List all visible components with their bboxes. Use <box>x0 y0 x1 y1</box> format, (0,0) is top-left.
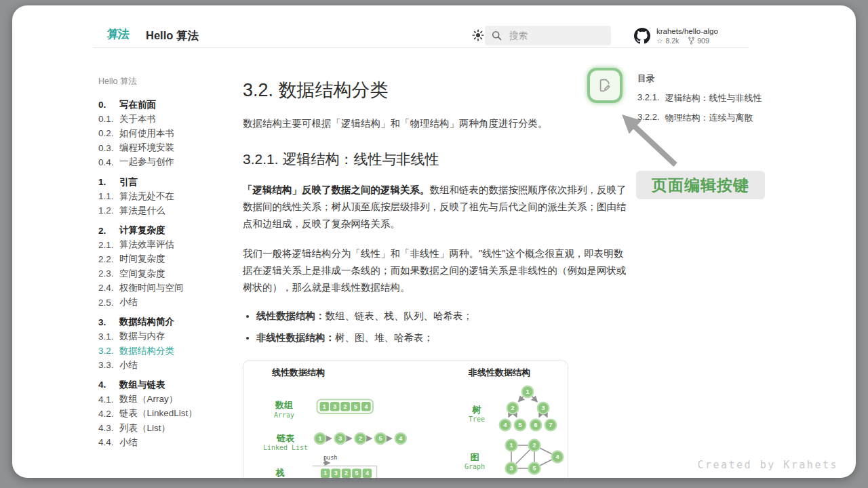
sidebar-item-label: 数据结构分类 <box>119 345 174 357</box>
sidebar-item-label: 算法无处不在 <box>119 190 174 203</box>
svg-text:5: 5 <box>518 422 521 428</box>
annotation-arrow <box>612 106 684 170</box>
svg-text:3: 3 <box>334 470 338 476</box>
sidebar-item[interactable]: 4.3.列表（List） <box>98 421 231 435</box>
edit-page-button[interactable] <box>587 68 623 103</box>
sidebar-item[interactable]: 2.1.算法效率评估 <box>98 238 231 252</box>
paragraph-logical-lead: 「逻辑结构」反映了数据之间的逻辑关系。 <box>243 184 430 195</box>
repo-name: krahets/hello-algo <box>656 27 718 35</box>
bullet-item: 非线性数据结构：树、图、堆、哈希表； <box>256 329 627 346</box>
sidebar-item[interactable]: 4.4.小结 <box>98 435 231 449</box>
sidebar-item[interactable]: 3.3.小结 <box>98 358 231 372</box>
sidebar-item-label: 数组与链表 <box>119 379 165 391</box>
repo-stats: ☆ 8.2k 909 <box>656 37 718 45</box>
svg-text:Graph: Graph <box>465 463 485 470</box>
svg-text:4: 4 <box>364 403 368 410</box>
data-structures-figure: 线性数据结构非线性数据结构数组Array13254链表Linked List13… <box>243 360 568 478</box>
sidebar-item-number: 0.4. <box>98 157 119 167</box>
sidebar-item-number: 2.1. <box>98 240 119 250</box>
sidebar-item[interactable]: 0.2.如何使用本书 <box>98 126 231 140</box>
sidebar-item-label: 编程环境安装 <box>119 142 174 154</box>
svg-text:非线性数据结构: 非线性数据结构 <box>468 367 530 378</box>
svg-text:树: 树 <box>472 405 481 415</box>
sidebar-item[interactable]: 2.3.空间复杂度 <box>98 266 231 281</box>
svg-text:1: 1 <box>323 470 327 476</box>
sidebar-item[interactable]: 3.1.数据与内存 <box>98 329 231 344</box>
sidebar-item-number: 1.1. <box>98 191 119 201</box>
sidebar-item-label: 写在前面 <box>119 99 156 111</box>
svg-text:5: 5 <box>379 435 382 442</box>
sidebar-item-number: 0.3. <box>98 143 119 153</box>
sidebar-item-number: 2.5. <box>98 298 119 308</box>
sidebar-item[interactable]: 1.2.算法是什么 <box>98 203 231 218</box>
svg-text:2: 2 <box>359 435 362 442</box>
sidebar-item-number: 4.2. <box>98 409 119 419</box>
tree-diagram: 树Tree1234567 <box>469 386 556 431</box>
github-repo-link[interactable]: krahets/hello-algo ☆ 8.2k 909 <box>634 27 718 45</box>
sidebar-item-number: 3. <box>98 317 119 327</box>
page-title: 3.2. 数据结构分类 <box>243 78 627 102</box>
sidebar-item[interactable]: 2.5.小结 <box>98 295 231 309</box>
svg-text:Linked List: Linked List <box>263 444 308 451</box>
svg-text:链表: 链表 <box>276 433 295 443</box>
header-divider <box>93 47 749 48</box>
site-logo[interactable]: 算法 <box>106 26 130 42</box>
sidebar-item-number: 3.2. <box>98 346 119 356</box>
sidebar-item[interactable]: 0.4.一起参与创作 <box>98 155 231 169</box>
sidebar-item-number: 1.2. <box>98 205 119 216</box>
array-diagram: 数组Array13254 <box>274 400 373 420</box>
svg-text:4: 4 <box>366 470 369 476</box>
stack-diagram: push13254栈Stack <box>272 454 377 478</box>
sidebar-item-label: 数据与内存 <box>119 330 165 342</box>
sidebar-nav: Hello 算法 0.写在前面0.1.关于本书0.2.如何使用本书0.3.编程环… <box>98 76 231 449</box>
sidebar-item[interactable]: 2.4.权衡时间与空间 <box>98 281 231 295</box>
sidebar-item-number: 4.3. <box>98 423 119 433</box>
sidebar-item-label: 时间复杂度 <box>119 253 165 265</box>
sidebar-item-number: 0. <box>98 100 119 110</box>
main-content: 3.2. 数据结构分类 数据结构主要可根据「逻辑结构」和「物理结构」两种角度进行… <box>243 70 627 478</box>
sidebar-item-label: 小结 <box>119 296 138 308</box>
svg-text:Tree: Tree <box>469 415 485 423</box>
watermark: Created by Krahets <box>697 459 838 471</box>
sidebar-item-label: 列表（List） <box>119 422 170 434</box>
svg-text:5: 5 <box>355 470 358 476</box>
toc-item-label: 逻辑结构：线性与非线性 <box>665 92 762 104</box>
toc-item[interactable]: 3.2.1.逻辑结构：线性与非线性 <box>637 92 780 104</box>
sidebar-item-number: 2.2. <box>98 254 119 264</box>
paragraph-logical: 「逻辑结构」反映了数据之间的逻辑关系。数组和链表的数据按照顺序依次排列，反映了数… <box>243 182 627 232</box>
sidebar-item[interactable]: 4.2.链表（LinkedList） <box>98 407 231 421</box>
sidebar-item-label: 链表（LinkedList） <box>119 407 197 420</box>
section-heading: 3.2.1. 逻辑结构：线性与非线性 <box>243 150 627 169</box>
sidebar-item-number: 4.1. <box>98 394 119 405</box>
edit-document-icon <box>597 77 613 94</box>
sidebar-item-label: 一起参与创作 <box>119 156 174 168</box>
sidebar-item-number: 3.3. <box>98 360 119 370</box>
figure-canvas: 线性数据结构非线性数据结构数组Array13254链表Linked List13… <box>243 361 568 478</box>
sidebar-item[interactable]: 0.写在前面 <box>98 98 231 112</box>
svg-text:Array: Array <box>274 411 294 419</box>
search-input[interactable] <box>508 30 599 41</box>
search-box <box>485 26 611 45</box>
sidebar-item[interactable]: 2.2.时间复杂度 <box>98 252 231 266</box>
sidebar-item[interactable]: 4.1.数组（Array） <box>98 392 231 407</box>
sidebar-item[interactable]: 1.引言 <box>98 175 231 189</box>
sidebar-item-number: 4. <box>98 380 119 390</box>
theme-toggle-icon[interactable] <box>472 29 484 41</box>
sidebar-item-number: 2.4. <box>98 283 119 293</box>
sidebar-item[interactable]: 0.3.编程环境安装 <box>98 141 231 155</box>
sidebar-item-label: 计算复杂度 <box>119 224 165 237</box>
sidebar-item[interactable]: 1.1.算法无处不在 <box>98 189 231 203</box>
sidebar-item[interactable]: 2.计算复杂度 <box>98 224 231 238</box>
sidebar-item-label: 引言 <box>119 176 138 188</box>
svg-text:3: 3 <box>333 403 336 410</box>
svg-text:5: 5 <box>354 403 357 410</box>
sidebar-item[interactable]: 0.1.关于本书 <box>98 112 231 126</box>
sidebar-item[interactable]: 3.2.数据结构分类 <box>98 344 231 358</box>
sidebar-item-number: 3.1. <box>98 331 119 342</box>
intro-paragraph: 数据结构主要可根据「逻辑结构」和「物理结构」两种角度进行分类。 <box>243 115 627 132</box>
sidebar-item[interactable]: 4.数组与链表 <box>98 378 231 392</box>
svg-text:数组: 数组 <box>275 400 293 410</box>
sidebar-item-label: 数组（Array） <box>119 393 178 405</box>
svg-text:2: 2 <box>532 442 536 449</box>
sidebar-item[interactable]: 3.数据结构简介 <box>98 315 231 329</box>
